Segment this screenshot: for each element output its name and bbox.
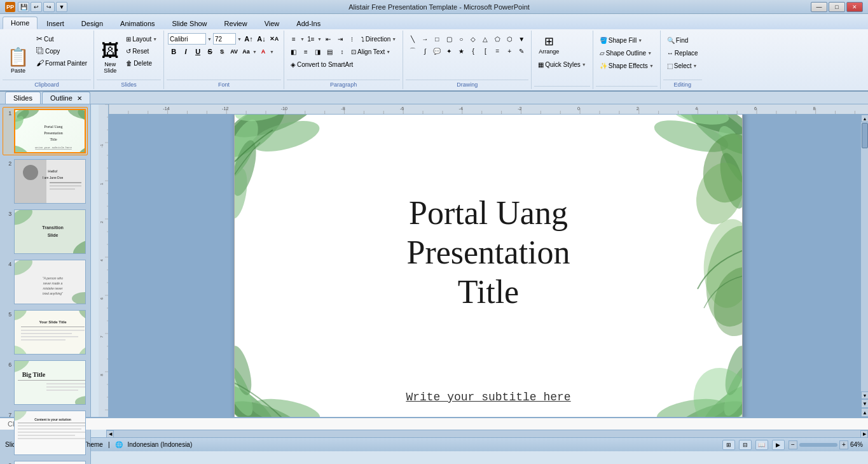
slide-title[interactable]: Portal Uang Presentation Title — [304, 193, 673, 313]
align-center-button[interactable]: ≡ — [300, 46, 312, 57]
font-color-button[interactable]: A — [258, 46, 269, 57]
shape-pentagon[interactable]: ⬠ — [492, 33, 503, 45]
slide-thumb-1[interactable]: 1 — [3, 107, 88, 155]
shape-outline-button[interactable]: ▱ Shape Outline ▼ — [597, 47, 654, 59]
copy-button[interactable]: ⿻ Copy — [34, 45, 90, 57]
slide-thumb-6[interactable]: 6 Big Title — [3, 358, 88, 407]
shape-star5[interactable]: ★ — [455, 45, 467, 57]
clear-format-button[interactable]: ✕A — [268, 33, 280, 45]
hscroll-left-button[interactable]: ◀ — [106, 430, 114, 438]
new-slide-button[interactable]: 🖼 New Slide — [98, 33, 122, 76]
hscroll-right-button[interactable]: ▶ — [860, 430, 868, 438]
align-text-button[interactable]: ⊡ Align Text ▼ — [348, 46, 393, 57]
tab-review[interactable]: Review — [216, 17, 256, 29]
zoom-slider[interactable] — [799, 443, 837, 447]
slideshow-button[interactable]: ▶ — [772, 440, 785, 450]
layout-button[interactable]: ⊞ Layout ▼ — [123, 33, 160, 45]
text-direction-button[interactable]: ⤵ Direction ▼ — [359, 33, 399, 45]
redo-btn[interactable]: ↪ — [43, 2, 55, 12]
arrange-button[interactable]: ⊞ Arrange — [535, 33, 562, 57]
reset-button[interactable]: ↺ Reset — [123, 45, 160, 57]
bullets-button[interactable]: ≡ — [288, 33, 300, 45]
bold-button[interactable]: B — [168, 46, 179, 57]
line-spacing-button[interactable]: ↕ — [336, 46, 348, 57]
numbered-button[interactable]: 1≡ — [305, 33, 317, 45]
tab-view[interactable]: View — [256, 17, 288, 29]
slide-thumb-3[interactable]: 3 Transition Slide — [3, 207, 88, 256]
increase-indent-button[interactable]: ⇥ — [334, 33, 346, 45]
undo-btn[interactable]: ↩ — [31, 2, 42, 12]
slide-thumb-5[interactable]: 5 Your Slide Title — [3, 308, 88, 356]
slide-sorter-button[interactable]: ⊟ — [739, 440, 752, 450]
tab-insert[interactable]: Insert — [38, 17, 72, 29]
shape-effects-button[interactable]: ✨ Shape Effects ▼ — [597, 60, 656, 71]
decrease-indent-button[interactable]: ⇤ — [322, 33, 334, 45]
reading-view-button[interactable]: 📖 — [755, 440, 768, 450]
find-button[interactable]: 🔍 Find — [665, 34, 691, 46]
save-btn[interactable]: 💾 — [18, 2, 29, 12]
increase-font-button[interactable]: A↑ — [243, 33, 254, 45]
shape-callout[interactable]: 💬 — [431, 45, 443, 57]
shape-custom[interactable]: ✎ — [516, 45, 527, 57]
close-button[interactable]: ✕ — [846, 2, 863, 12]
tab-addins[interactable]: Add-Ins — [288, 17, 329, 29]
scroll-up-button[interactable]: ▲ — [861, 115, 868, 122]
shape-bracket[interactable]: [ — [479, 45, 491, 57]
next-slide-button[interactable]: ▼ — [861, 399, 868, 408]
font-name-input[interactable] — [168, 33, 206, 45]
tab-animations[interactable]: Animations — [112, 17, 163, 29]
convert-smartart-button[interactable]: ◈ Convert to SmartArt — [288, 59, 355, 70]
align-right-button[interactable]: ◨ — [312, 46, 324, 57]
shape-eq[interactable]: = — [492, 45, 503, 57]
scroll-down-button[interactable]: ▼ — [861, 391, 868, 399]
strikethrough-button[interactable]: S — [204, 46, 216, 57]
align-left-button[interactable]: ◧ — [288, 46, 300, 57]
replace-button[interactable]: ↔ Replace — [665, 47, 701, 59]
slide-thumb-2[interactable]: 2 Hello! I am Jane Doe — [3, 157, 88, 206]
char-spacing-button[interactable]: AV — [228, 46, 240, 57]
panel-tab-outline[interactable]: Outline ✕ — [42, 92, 90, 104]
slide-thumb-8[interactable]: 8 Content in three columns — [3, 459, 88, 464]
panel-close-icon[interactable]: ✕ — [77, 95, 82, 102]
slide-subtitle[interactable]: Write your subtitle here — [406, 391, 570, 404]
paste-button[interactable]: 📋 Paste — [4, 33, 32, 76]
slide-canvas[interactable]: Portal Uang Presentation Title Write you… — [234, 115, 743, 417]
tab-home[interactable]: Home — [3, 17, 38, 29]
shape-arrow[interactable]: → — [419, 33, 431, 45]
font-size-input[interactable] — [213, 33, 236, 45]
change-case-button[interactable]: Aa — [240, 46, 252, 57]
shape-triangle[interactable]: △ — [479, 33, 491, 45]
shape-rect[interactable]: □ — [431, 33, 443, 45]
shape-oval[interactable]: ○ — [455, 33, 467, 45]
shadow-button[interactable]: S — [216, 46, 228, 57]
prev-slide-button[interactable]: ▲ — [861, 408, 868, 417]
customize-btn[interactable]: ▼ — [56, 2, 67, 12]
zoom-in-button[interactable]: + — [839, 440, 848, 449]
shape-arc[interactable]: ⌒ — [407, 45, 418, 57]
shape-brace[interactable]: { — [467, 45, 479, 57]
notes-area[interactable]: Click to add notes — [0, 417, 868, 430]
shape-plus[interactable]: + — [504, 45, 515, 57]
maximize-button[interactable]: □ — [829, 2, 845, 12]
italic-button[interactable]: I — [180, 46, 191, 57]
shape-diamond[interactable]: ◇ — [467, 33, 479, 45]
columns-button[interactable]: ⫶ — [347, 33, 358, 45]
tab-slideshow[interactable]: Slide Show — [164, 17, 216, 29]
select-button[interactable]: ⬚ Select ▼ — [665, 60, 700, 71]
minimize-button[interactable]: — — [811, 2, 827, 12]
tab-design[interactable]: Design — [73, 17, 111, 29]
panel-tab-slides[interactable]: Slides — [5, 92, 41, 104]
justify-button[interactable]: ▤ — [324, 46, 336, 57]
scroll-thumb[interactable] — [862, 123, 868, 148]
format-painter-button[interactable]: 🖌 Format Painter — [34, 57, 90, 69]
shape-line[interactable]: ╲ — [407, 33, 418, 45]
shape-curve[interactable]: ∫ — [419, 45, 431, 57]
shape-more[interactable]: ▼ — [516, 33, 527, 45]
underline-button[interactable]: U — [192, 46, 203, 57]
slide-thumb-7[interactable]: 7 Content is your solution — [3, 409, 88, 457]
decrease-font-button[interactable]: A↓ — [256, 33, 267, 45]
slide-thumb-4[interactable]: 4 "A person who never made a mistake nev… — [3, 258, 88, 306]
zoom-out-button[interactable]: − — [789, 440, 797, 449]
cut-button[interactable]: ✂ Cut — [34, 33, 90, 45]
shape-round-rect[interactable]: ▢ — [443, 33, 455, 45]
